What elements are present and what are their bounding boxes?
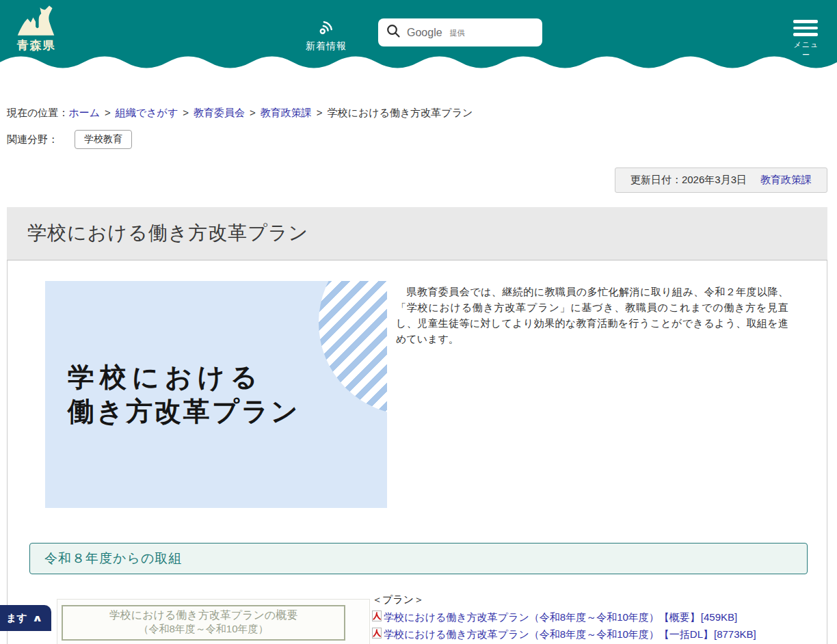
- pdf-icon: [372, 611, 383, 623]
- cover-title-line1: 学校における: [68, 359, 263, 396]
- related-fields-label: 関連分野：: [7, 133, 58, 146]
- plan-overview-row: 学校における働き方改革プランの概要 （令和8年度～令和10年度） （プランの位置…: [57, 599, 827, 644]
- breadcrumb-link-organizations[interactable]: 組織でさがす: [116, 107, 178, 118]
- pdf-link-label: 学校における働き方改革プラン（令和8年度～令和10年度）【概要】: [384, 611, 700, 623]
- page-title: 学校における働き方改革プラン: [27, 222, 827, 244]
- site-logo[interactable]: 青森県: [14, 4, 59, 53]
- breadcrumb: 現在の位置：ホーム>組織でさがす>教育委員会>教育政策課>学校における働き方改革…: [7, 107, 837, 120]
- thumbnail-title-line1: 学校における働き方改革プランの概要: [63, 608, 344, 623]
- header-wave-decoration: [0, 52, 837, 74]
- update-date: 更新日付：2026年3月3日: [630, 174, 747, 187]
- hero-section: 学校における 働き方改革プラン 県教育委員会では、継続的に教職員の多忙化解消に取…: [8, 281, 827, 508]
- logo-label: 青森県: [14, 38, 59, 53]
- back-to-top-button[interactable]: ます ∧: [0, 605, 51, 631]
- plan-overview-thumbnail[interactable]: 学校における働き方改革プランの概要 （令和8年度～令和10年度） （プランの位置…: [57, 599, 370, 644]
- plan-cover-image: 学校における 働き方改革プラン: [45, 281, 387, 508]
- related-tag-school-education[interactable]: 学校教育: [75, 130, 132, 149]
- search-icon: [386, 24, 401, 41]
- thumbnail-title-line2: （令和8年度～令和10年度）: [63, 623, 344, 636]
- search-placeholder-provided: 提供: [450, 27, 465, 38]
- search-input[interactable]: Google 提供: [378, 18, 542, 46]
- thumbnail-title-box: 学校における働き方改革プランの概要 （令和8年度～令和10年度）: [62, 605, 345, 641]
- menu-label: メニュー: [793, 40, 819, 60]
- main-content: 学校における 働き方改革プラン 県教育委員会では、継続的に教職員の多忙化解消に取…: [7, 260, 827, 644]
- update-info-row: 更新日付：2026年3月3日 教育政策課: [0, 167, 827, 193]
- new-info-label: 新着情報: [300, 40, 353, 53]
- pdf-file-size: [8773KB]: [714, 628, 756, 640]
- pdf-link-plan-summary[interactable]: 学校における働き方改革プラン（令和8年度～令和10年度）【概要】 [459KB]: [372, 611, 756, 623]
- striped-circle-decoration: [319, 281, 387, 415]
- pdf-link-plan-full-download[interactable]: 学校における働き方改革プラン（令和8年度～令和10年度）【一括DL】 [8773…: [372, 628, 756, 641]
- pdf-link-label: 学校における働き方改革プラン（令和8年度～令和10年度）【一括DL】: [384, 628, 713, 640]
- page-title-bar: 学校における働き方改革プラン: [7, 207, 827, 260]
- site-header: 青森県 新着情報 Google 提供 メニュー: [0, 0, 837, 52]
- breadcrumb-prefix: 現在の位置：: [7, 107, 68, 118]
- related-fields-row: 関連分野： 学校教育: [7, 130, 837, 149]
- section-heading-box: 令和８年度からの取組: [29, 543, 808, 574]
- update-info-box: 更新日付：2026年3月3日 教育政策課: [615, 167, 827, 193]
- cover-title-line2: 働き方改革プラン: [68, 393, 300, 430]
- back-to-top-label: ます: [6, 612, 27, 625]
- aomori-prefecture-icon: [14, 4, 59, 37]
- breadcrumb-separator: >: [317, 107, 323, 118]
- pdf-icon: [372, 628, 383, 641]
- breadcrumb-current-page: 学校における働き方改革プラン: [328, 107, 473, 118]
- new-info-button[interactable]: 新着情報: [300, 18, 353, 53]
- breadcrumb-link-education-policy-division[interactable]: 教育政策課: [261, 107, 312, 118]
- breadcrumb-link-board-of-education[interactable]: 教育委員会: [194, 107, 245, 118]
- rss-icon: [317, 27, 336, 38]
- search-placeholder-brand: Google: [407, 27, 442, 39]
- breadcrumb-separator: >: [183, 107, 189, 118]
- breadcrumb-separator: >: [105, 107, 111, 118]
- department-link[interactable]: 教育政策課: [760, 174, 812, 187]
- intro-paragraph: 県教育委員会では、継続的に教職員の多忙化解消に取り組み、令和２年度以降、「学校に…: [387, 281, 827, 508]
- menu-button[interactable]: メニュー: [793, 20, 819, 60]
- breadcrumb-link-home[interactable]: ホーム: [68, 107, 100, 118]
- breadcrumb-separator: >: [250, 107, 256, 118]
- hamburger-icon: [793, 20, 819, 36]
- pdf-file-size: [459KB]: [701, 611, 737, 623]
- section-heading: 令和８年度からの取組: [44, 550, 807, 567]
- chevron-up-icon: ∧: [31, 613, 42, 623]
- plan-links-section: ＜プラン＞ 学校における働き方改革プラン（令和8年度～令和10年度）【概要】 […: [372, 593, 756, 644]
- plan-links-heading: ＜プラン＞: [372, 593, 756, 606]
